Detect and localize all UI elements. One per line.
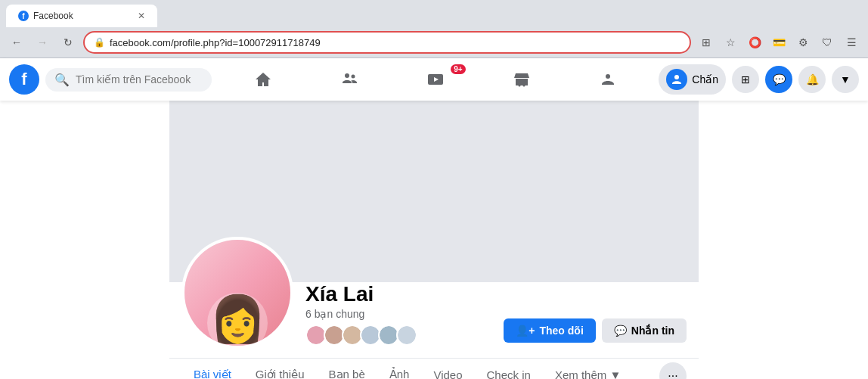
profile-name: Xía Lai xyxy=(305,282,504,306)
follow-icon: 👤+ xyxy=(516,325,535,337)
account-btn[interactable]: Chấn xyxy=(659,64,726,95)
browser-tab[interactable]: f Facebook ✕ xyxy=(6,5,157,27)
tab-xem-them[interactable]: Xem thêm ▼ xyxy=(543,359,633,380)
message-btn[interactable]: 💬 Nhắn tin xyxy=(602,318,687,343)
svg-point-5 xyxy=(522,85,525,87)
fb-right-icons: Chấn ⊞ 💬 🔔 ▼ xyxy=(659,64,859,95)
profile-avatar xyxy=(181,237,293,349)
follow-label: Theo dõi xyxy=(539,325,583,337)
profile-avatar-wrapper xyxy=(181,237,293,349)
fb-search[interactable]: 🔍 xyxy=(45,68,212,92)
profile-info-section: Xía Lai 6 bạn chung xyxy=(169,282,699,358)
search-input[interactable] xyxy=(76,73,197,85)
messenger-btn[interactable]: 💬 xyxy=(765,66,792,93)
tab-bai-viet[interactable]: Bài viết xyxy=(181,359,243,379)
tab-bar: f Facebook ✕ xyxy=(0,0,868,27)
adblocker-btn[interactable]: 🛡 xyxy=(817,32,838,53)
url-text: facebook.com/profile.php?id=100072911718… xyxy=(110,37,680,48)
nav-home[interactable] xyxy=(221,61,305,98)
nav-watch[interactable]: 9+ xyxy=(393,61,478,98)
tab-close-btn[interactable]: ✕ xyxy=(138,11,145,21)
nav-right-icons: ⊞ ☆ ⭕ 💳 ⚙ 🛡 ☰ xyxy=(696,32,862,53)
profile-avatar-image xyxy=(184,240,290,346)
account-name: Chấn xyxy=(692,73,718,85)
forward-btn[interactable]: → xyxy=(32,32,53,53)
profile-actions: 👤+ Theo dõi 💬 Nhắn tin xyxy=(504,318,687,349)
menu-btn[interactable]: ☰ xyxy=(841,32,862,53)
more-options-btn[interactable]: ··· xyxy=(659,362,687,380)
back-btn[interactable]: ← xyxy=(6,32,27,53)
svg-point-0 xyxy=(345,73,349,78)
extensions-btn[interactable]: ⚙ xyxy=(792,32,814,53)
profile-details: Xía Lai 6 bạn chung xyxy=(305,282,504,349)
tab-check-in[interactable]: Check in xyxy=(475,359,543,380)
svg-point-6 xyxy=(606,74,610,79)
svg-point-1 xyxy=(351,75,355,79)
page-content: f 🔍 9+ xyxy=(0,58,868,379)
notifications-btn[interactable]: 🔔 xyxy=(798,66,826,93)
nav-bar: ← → ↻ 🔒 facebook.com/profile.php?id=1000… xyxy=(0,27,868,57)
profile-area: Xía Lai 6 bạn chung xyxy=(0,101,868,379)
extension-btn[interactable]: ⊞ xyxy=(696,32,717,53)
opera-btn[interactable]: ⭕ xyxy=(744,32,765,53)
wallet-btn[interactable]: 💳 xyxy=(768,32,789,53)
fb-nav-icons: 9+ xyxy=(218,61,653,98)
tab-video[interactable]: Video xyxy=(421,359,474,380)
search-icon: 🔍 xyxy=(54,73,70,87)
tab-title: Facebook xyxy=(33,11,73,21)
chevron-btn[interactable]: ▼ xyxy=(832,66,859,93)
tab-anh[interactable]: Ảnh xyxy=(377,359,422,379)
fb-header: f 🔍 9+ xyxy=(0,58,868,101)
nav-friends[interactable] xyxy=(307,61,392,98)
nav-groups[interactable] xyxy=(566,61,650,98)
svg-point-7 xyxy=(674,75,679,79)
profile-tabs: Bài viết Giới thiệu Bạn bè Ảnh Video Che… xyxy=(169,358,699,379)
svg-point-4 xyxy=(518,85,520,87)
tabs-right: ··· xyxy=(659,362,687,380)
profile-mutual-friends: 6 bạn chung xyxy=(305,308,504,320)
browser-chrome: f Facebook ✕ ← → ↻ 🔒 facebook.com/profil… xyxy=(0,0,868,58)
mutual-avatar-6 xyxy=(396,325,417,346)
message-icon: 💬 xyxy=(614,325,627,337)
nav-marketplace[interactable] xyxy=(479,61,564,98)
tab-gioi-thieu[interactable]: Giới thiệu xyxy=(243,359,317,379)
apps-btn[interactable]: ⊞ xyxy=(732,66,759,93)
fb-logo: f xyxy=(9,64,39,95)
mutual-friends-avatars xyxy=(305,325,504,346)
tab-favicon: f xyxy=(18,11,29,21)
reload-btn[interactable]: ↻ xyxy=(57,32,79,53)
watch-badge: 9+ xyxy=(451,64,465,74)
account-avatar xyxy=(666,69,687,90)
lock-icon: 🔒 xyxy=(94,37,105,48)
message-label: Nhắn tin xyxy=(631,325,674,337)
star-btn[interactable]: ☆ xyxy=(720,32,741,53)
address-bar[interactable]: 🔒 facebook.com/profile.php?id=1000729117… xyxy=(83,31,691,54)
follow-btn[interactable]: 👤+ Theo dõi xyxy=(504,318,596,343)
tab-ban-be[interactable]: Bạn bè xyxy=(317,359,377,379)
